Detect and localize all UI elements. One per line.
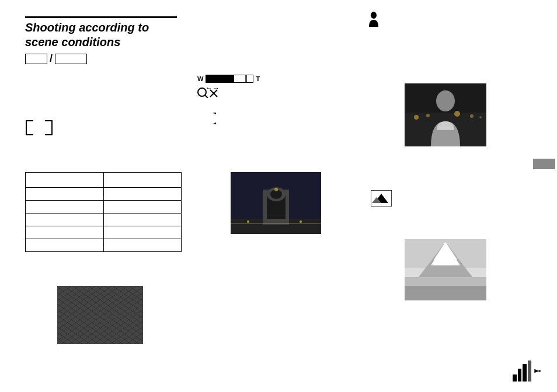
zoom-bar-marker: [245, 75, 247, 82]
bar-chart-bar-1: [513, 374, 517, 382]
bar-chart-bar-4: [528, 360, 532, 382]
svg-point-18: [426, 114, 430, 117]
table-row: [26, 173, 182, 188]
crescent-moon-icon: [203, 112, 216, 125]
arc-night-image: [231, 172, 321, 234]
mode-box-right[interactable]: [55, 54, 87, 64]
mode-icons: /: [25, 52, 87, 65]
data-table: [25, 172, 182, 252]
mountain-svg: [405, 239, 486, 300]
table-cell: [103, 201, 182, 214]
table-cell: [26, 201, 104, 214]
table-row: [26, 239, 182, 252]
gray-bar-accent: [533, 159, 555, 169]
svg-point-20: [470, 114, 474, 118]
table-cell: [103, 173, 182, 188]
table-cell: [103, 214, 182, 226]
svg-point-21: [479, 116, 482, 118]
title-line2: scene conditions: [25, 36, 120, 48]
night-portrait-svg: [405, 83, 486, 146]
svg-point-17: [414, 115, 419, 120]
table-cell: [103, 226, 182, 239]
mode-slash: /: [50, 52, 53, 65]
title-line1: Shooting according to: [25, 21, 149, 34]
magnify-x-area: [197, 86, 218, 101]
page-container: Shooting according to scene conditions /…: [0, 0, 557, 392]
page-title: Shooting according to scene conditions: [25, 20, 177, 50]
svg-line-2: [205, 95, 208, 98]
title-block: Shooting according to scene conditions: [25, 16, 177, 50]
zoom-label-tele: T: [256, 75, 260, 82]
mountain-landscape-image: [405, 239, 486, 300]
bar-chart-bar-3: [523, 364, 527, 382]
zoom-bar-fill: [206, 75, 234, 82]
table-row: [26, 201, 182, 214]
person-silhouette-icon: [365, 10, 387, 30]
svg-marker-33: [534, 369, 539, 373]
table-cell: [26, 214, 104, 226]
zoom-bar-track[interactable]: [206, 75, 253, 83]
bar-chart-arrow: [534, 366, 541, 376]
table-cell: [26, 226, 104, 239]
night-portrait-image: [405, 83, 486, 146]
moon-icon-mid: [203, 112, 216, 128]
svg-point-19: [454, 111, 460, 117]
mountain-landscape-icon: [371, 190, 392, 206]
table-cell: [26, 188, 104, 201]
table-cell: [26, 173, 104, 188]
svg-rect-32: [405, 286, 486, 300]
title-underline: [25, 16, 177, 18]
mode-box-left[interactable]: [25, 54, 47, 64]
table-cell: [103, 239, 182, 252]
svg-point-14: [274, 188, 278, 191]
leaf-image-content: [57, 286, 143, 344]
table-row: [26, 226, 182, 239]
table-cell: [26, 239, 104, 252]
svg-point-0: [371, 12, 377, 19]
table-row: [26, 214, 182, 226]
bar-chart-icon: [513, 360, 541, 382]
leaf-macro-image: [57, 286, 143, 344]
focus-bracket: [25, 120, 53, 136]
landscape-icon-area: [371, 190, 392, 209]
bar-chart-bar-2: [518, 369, 522, 382]
table-row: [26, 188, 182, 201]
svg-rect-34: [539, 370, 541, 372]
table-cell: [103, 188, 182, 201]
person-moon-icon: [365, 10, 387, 34]
focus-bracket-icon: [25, 120, 53, 136]
svg-point-13: [300, 220, 302, 223]
svg-point-12: [247, 220, 249, 223]
svg-point-1: [198, 88, 206, 96]
svg-point-22: [436, 90, 455, 111]
zoom-label-wide: W: [197, 75, 203, 82]
magnify-x-icon: [197, 86, 218, 98]
arc-svg: [231, 172, 321, 234]
arc-image-content: [231, 172, 321, 234]
